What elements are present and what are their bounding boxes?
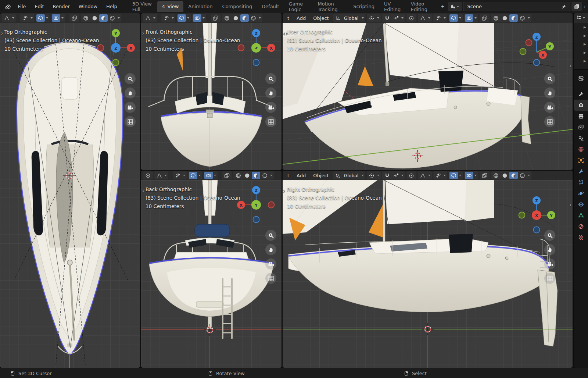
proportional-falloff-button[interactable] (144, 14, 152, 22)
chevron-down-icon[interactable] (198, 172, 201, 179)
viewport-back-canvas[interactable]: ZXY › Back Orthographic (83) Scene Colle… (141, 180, 282, 368)
show-gizmo-button[interactable] (189, 172, 197, 179)
orientation-label[interactable]: Global (343, 173, 361, 178)
proportional-falloff-button[interactable] (155, 172, 164, 179)
shading-solid-button[interactable] (90, 14, 99, 22)
chevron-down-icon[interactable] (401, 172, 404, 179)
workspace-tab-animation[interactable]: Animation (183, 1, 217, 12)
workspace-tab-default[interactable]: Default (257, 1, 284, 12)
proportional-edit-button[interactable] (407, 14, 416, 22)
zoom-in-button[interactable] (265, 73, 276, 84)
snap-magnet-button[interactable] (383, 172, 391, 179)
area-corner-icon[interactable]: ‹ (569, 202, 572, 207)
properties-tab-render[interactable] (574, 100, 588, 111)
chevron-down-icon[interactable] (582, 14, 586, 22)
show-gizmo-button[interactable] (449, 172, 458, 179)
shading-wireframe-button[interactable] (492, 172, 500, 179)
transform-orientation-button[interactable] (334, 14, 343, 22)
proportional-edit-button[interactable] (144, 172, 152, 179)
grid-ortho-button[interactable] (544, 273, 555, 284)
view-camera-button[interactable] (265, 102, 276, 113)
snap-magnet-button[interactable] (383, 14, 391, 22)
proportional-falloff-button[interactable] (3, 14, 11, 22)
properties-tab-modifiers[interactable] (574, 166, 588, 177)
outliner-collapsed-row[interactable]: ▶ (574, 40, 588, 48)
properties-tab-physics[interactable] (574, 188, 588, 199)
object-visibility-eye-button[interactable] (434, 172, 442, 179)
pan-hand-button[interactable] (125, 88, 136, 99)
workspace-tab-motion-tracking[interactable]: Motion Tracking (313, 0, 349, 15)
area-corner-icon[interactable]: › (1, 31, 3, 36)
chevron-down-icon[interactable] (458, 172, 462, 179)
scene-name-field[interactable]: Scene (463, 2, 570, 11)
viewport-menu-add[interactable]: Add (294, 15, 309, 21)
chevron-down-icon[interactable] (269, 172, 273, 179)
shading-wireframe-button[interactable] (223, 14, 231, 22)
workspace-tab-scripting[interactable]: Scripting (348, 1, 379, 12)
menu-edit[interactable]: Edit (30, 0, 48, 13)
outliner-collapsed-row[interactable]: ▶ (574, 23, 588, 31)
chevron-down-icon[interactable] (443, 172, 447, 179)
object-visibility-eye-button[interactable] (173, 172, 182, 179)
menu-render[interactable]: Render (49, 0, 74, 13)
shading-material-button[interactable] (252, 172, 260, 179)
shading-rendered-button[interactable] (261, 172, 269, 179)
properties-tab-world[interactable] (574, 144, 588, 155)
chevron-down-icon[interactable] (30, 14, 33, 22)
proportional-edit-button[interactable] (407, 172, 416, 179)
menu-help[interactable]: Help (102, 0, 122, 13)
pan-hand-button[interactable] (265, 88, 276, 99)
show-gizmo-button[interactable] (36, 14, 45, 22)
area-corner-icon[interactable]: ‹ (569, 63, 572, 68)
shading-rendered-button[interactable] (518, 172, 527, 179)
show-overlays-button[interactable] (465, 14, 473, 22)
show-overlays-button[interactable] (193, 14, 201, 22)
transform-orientation-button[interactable] (334, 172, 343, 179)
menu-file[interactable]: File (14, 0, 31, 13)
outliner-collapsed-row[interactable]: ▶ (574, 57, 588, 65)
view-camera-button[interactable] (265, 258, 276, 270)
properties-tab-particles[interactable] (574, 177, 588, 188)
object-visibility-eye-button[interactable] (434, 14, 442, 22)
axis-gizmo[interactable]: ZXY (237, 186, 275, 223)
properties-tab-material[interactable] (574, 221, 588, 232)
toggle-xray-button[interactable] (480, 172, 489, 179)
outliner-collapsed-row[interactable]: ▶ (574, 31, 588, 40)
chevron-down-icon[interactable] (164, 172, 168, 179)
workspace-tab-uv-editing[interactable]: UV Editing (379, 0, 406, 15)
viewport-menu-t[interactable]: t (284, 173, 292, 178)
pan-hand-button[interactable] (265, 244, 276, 255)
show-gizmo-button[interactable] (178, 14, 186, 22)
zoom-in-button[interactable] (265, 230, 276, 241)
chevron-down-icon[interactable] (171, 14, 175, 22)
shading-wireframe-button[interactable] (492, 14, 500, 22)
duplicate-scene-icon[interactable] (571, 2, 582, 11)
chevron-down-icon[interactable] (401, 14, 404, 22)
view-camera-button[interactable] (125, 102, 136, 113)
viewport-menu-t[interactable]: t (284, 15, 292, 21)
add-workspace-button[interactable]: + (437, 0, 448, 13)
viewport-front-canvas[interactable]: ZX-Y › Front Orthographic (83) Scene Col… (141, 23, 282, 170)
properties-tab-output[interactable] (574, 111, 588, 122)
chevron-down-icon[interactable] (443, 14, 447, 22)
chevron-down-icon[interactable] (458, 14, 462, 22)
workspace-tab-compositing[interactable]: Compositing (218, 1, 257, 12)
outliner-collapsed-row[interactable]: ▶ (574, 48, 588, 57)
chevron-down-icon[interactable] (153, 14, 156, 22)
viewport-menu-object[interactable]: Object (310, 173, 331, 178)
properties-tab-scene[interactable] (574, 133, 588, 144)
axis-gizmo[interactable]: ZX-Y (238, 29, 276, 66)
toggle-xray-button[interactable] (223, 172, 231, 179)
object-visibility-eye-button[interactable] (21, 14, 29, 22)
shading-wireframe-button[interactable] (234, 172, 243, 179)
properties-tab-object-data[interactable] (574, 210, 588, 221)
workspace-tab-game-logic[interactable]: Game Logic (284, 0, 313, 15)
object-visibility-eye-button[interactable] (162, 14, 171, 22)
shading-material-button[interactable] (99, 14, 108, 22)
workspace-tab-3d-view-full[interactable]: 3D View Full (128, 0, 157, 15)
pin-icon[interactable] (561, 4, 566, 9)
snap-increment-button[interactable] (392, 14, 400, 22)
zoom-in-button[interactable] (544, 230, 555, 241)
chevron-down-icon[interactable] (427, 14, 431, 22)
area-corner-icon[interactable]: ‹› (283, 31, 288, 36)
